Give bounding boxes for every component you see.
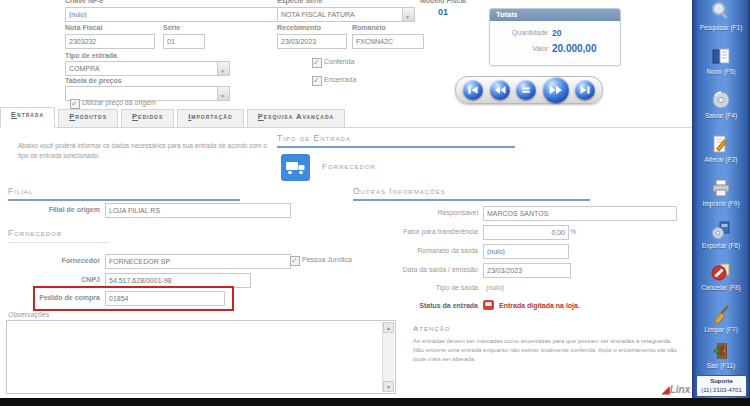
pessoa-juridica-checkbox[interactable] <box>290 256 300 266</box>
chave-nfe-label: Chave NF-e <box>65 0 104 4</box>
status-red-icon <box>483 300 494 311</box>
modelo-fiscal-value: 01 <box>438 7 448 17</box>
especie-serie-select[interactable]: NOTA FISCAL FATURA <box>277 7 415 22</box>
filial-section-title: Filial <box>8 186 33 196</box>
export-icon <box>711 234 731 241</box>
cancelar-button[interactable]: Cancelar (F8) <box>692 262 750 291</box>
support-phone: (11) 2103-4701 <box>701 387 742 393</box>
section-divider <box>8 242 110 243</box>
support-info[interactable]: Suporte (11) 2103-4701 <box>696 375 747 397</box>
tipo-entrada-select[interactable]: COMPRA <box>65 61 230 76</box>
limpar-label: Limpar (F7) <box>692 326 750 333</box>
atencao-line2: Não encerre uma entrada enquanto não est… <box>413 347 677 362</box>
novo-label: Novo (F5) <box>692 68 750 75</box>
tipo-entrada-label: Tipo de entrada <box>65 52 117 59</box>
print-icon <box>711 192 731 199</box>
pesquisar-label: Pesquisar (F1) <box>692 24 750 31</box>
outras-informacoes-section-title: Outras Informações <box>353 186 446 196</box>
utilizar-preco-label: Utilizar preço da origem <box>82 99 156 106</box>
tab-pesquisa-avancada[interactable]: Pesquisa Avançada <box>247 109 345 127</box>
atencao-text: As entradas devem ser marcadas como ence… <box>413 337 685 364</box>
save-icon <box>711 104 731 111</box>
conferida-checkbox[interactable] <box>312 58 322 68</box>
tab-importacao[interactable]: Importação <box>177 109 244 127</box>
imprimir-label: Imprimir (F9) <box>692 200 750 207</box>
utilizar-preco-checkbox[interactable] <box>70 99 80 109</box>
encerrada-label: Encerrada <box>324 76 356 83</box>
chevron-down-icon[interactable] <box>217 87 229 100</box>
chave-nfe-input[interactable] <box>65 7 313 22</box>
truck-icon <box>281 154 310 181</box>
scroll-up-icon[interactable]: ▲ <box>383 322 394 333</box>
tab-entrada[interactable]: Entrada <box>0 107 55 128</box>
exportar-label: Exportar (F6) <box>692 242 750 249</box>
tipo-entrada-section-title: Tipo de Entrada <box>277 133 351 143</box>
tab-importacao-label: Importação <box>188 112 233 121</box>
tab-produtos[interactable]: Produtos <box>58 109 118 127</box>
fator-transferencia-input[interactable] <box>483 225 569 240</box>
brand-text: Linx <box>670 384 691 395</box>
cancel-icon <box>711 276 731 283</box>
especie-serie-label: Espécie Série <box>277 0 323 4</box>
section-divider <box>277 146 515 148</box>
imprimir-button[interactable]: Imprimir (F9) <box>692 178 750 207</box>
highlight-rectangle <box>33 286 234 311</box>
tab-produtos-label: Produtos <box>69 112 107 121</box>
valor-value: 20.000,00 <box>552 41 597 57</box>
chevron-down-icon[interactable] <box>402 8 414 21</box>
tipo-saida-value: (nulo) <box>486 284 504 291</box>
sair-label: Sair (F11) <box>692 362 750 369</box>
pesquisar-button[interactable]: Pesquisar (F1) <box>692 0 750 31</box>
fornecedor-section-title: Fornecedor <box>8 228 62 238</box>
observacoes-label: Observações <box>8 311 49 318</box>
sair-button[interactable]: Sair (F11) <box>692 342 750 369</box>
especie-serie-value: NOTA FISCAL FATURA <box>281 11 355 18</box>
edit-icon <box>711 148 731 155</box>
intro-text: Abaixo você poderá informar os dados nec… <box>18 141 276 161</box>
modelo-fiscal-label: Modelo Fiscal <box>420 0 466 4</box>
exportar-button[interactable]: Exportar (F6) <box>692 220 750 249</box>
valor-label: Valor <box>532 41 548 57</box>
filial-origem-input[interactable] <box>105 203 291 218</box>
alterar-button[interactable]: Alterar (F2) <box>692 134 750 163</box>
entry-form-window: Chave NF-e Nota Fiscal Série Tipo de ent… <box>0 0 750 406</box>
romaneio-input[interactable] <box>352 34 424 49</box>
new-icon <box>711 60 731 67</box>
recebimento-label: Recebimento <box>277 24 321 31</box>
section-divider <box>353 199 590 201</box>
nav-next-icon[interactable] <box>543 77 569 103</box>
scroll-down-icon[interactable]: ▼ <box>383 381 394 392</box>
linx-logo: ◢Linx <box>662 384 690 395</box>
nav-stop-icon[interactable] <box>516 80 536 100</box>
serie-label: Série <box>163 24 180 31</box>
nota-fiscal-label: Nota Fiscal <box>65 24 102 31</box>
fator-transferencia-label: Fator para transferência <box>353 228 478 235</box>
nav-last-icon[interactable] <box>575 80 595 100</box>
novo-button[interactable]: Novo (F5) <box>692 46 750 75</box>
tab-pedidos[interactable]: Pedidos <box>121 109 174 127</box>
fornecedor-input[interactable] <box>105 254 291 269</box>
status-entrada-value: Entrada digitada na loja. <box>499 302 580 309</box>
search-icon <box>710 16 732 23</box>
salvar-button[interactable]: Salvar (F4) <box>692 90 750 119</box>
chevron-down-icon[interactable] <box>217 62 229 75</box>
nav-previous-icon[interactable] <box>490 80 510 100</box>
encerrada-checkbox[interactable] <box>312 76 322 86</box>
responsavel-input[interactable] <box>483 206 677 221</box>
serie-input[interactable] <box>163 34 205 49</box>
scrollbar[interactable]: ▲ ▼ <box>382 322 394 392</box>
conferida-label: Conferida <box>324 58 354 65</box>
nav-first-icon[interactable] <box>463 80 483 100</box>
totais-title: Totais <box>490 9 620 21</box>
observacoes-textarea[interactable]: ▲ ▼ <box>6 320 396 394</box>
recebimento-input[interactable] <box>277 34 347 49</box>
cnpj-label: CNPJ <box>8 276 100 283</box>
romaneio-saida-input[interactable] <box>483 244 569 259</box>
nota-fiscal-input[interactable] <box>65 34 155 49</box>
responsavel-label: Responsável <box>353 209 478 216</box>
tabela-precos-label: Tabela de preços <box>65 77 122 84</box>
tab-pesquisa-avancada-label: Pesquisa Avançada <box>258 112 334 121</box>
data-saida-input[interactable] <box>483 263 571 278</box>
section-divider <box>8 199 240 201</box>
limpar-button[interactable]: Limpar (F7) <box>692 304 750 333</box>
